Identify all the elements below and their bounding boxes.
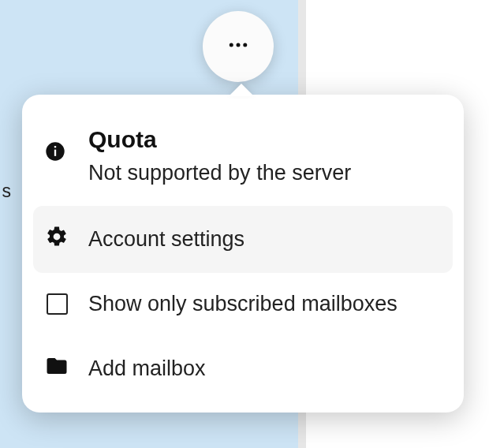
svg-rect-4 (54, 150, 56, 156)
folder-icon (45, 354, 69, 383)
account-menu-popover: Quota Not supported by the server Accoun… (22, 95, 464, 413)
checkbox-unchecked-icon[interactable] (47, 293, 68, 315)
menu-item-account-settings[interactable]: Account settings (33, 206, 453, 273)
menu-item-label: Add mailbox (88, 357, 442, 381)
quota-subtext: Not supported by the server (88, 161, 442, 185)
svg-rect-5 (54, 146, 56, 147)
quota-info-row: Quota Not supported by the server (33, 123, 453, 206)
svg-point-0 (230, 43, 233, 47)
quota-title: Quota (88, 126, 442, 153)
svg-point-1 (237, 43, 241, 47)
menu-item-show-subscribed[interactable]: Show only subscribed mailboxes (33, 273, 453, 335)
info-icon (44, 151, 66, 165)
svg-point-2 (243, 43, 247, 47)
menu-item-label: Show only subscribed mailboxes (88, 292, 442, 316)
truncated-sidebar-text: s (0, 179, 11, 203)
menu-item-label: Account settings (88, 227, 442, 252)
more-actions-button[interactable] (203, 11, 274, 82)
more-horizontal-icon (226, 33, 250, 60)
menu-item-add-mailbox[interactable]: Add mailbox (33, 335, 453, 402)
gear-icon (45, 225, 69, 254)
